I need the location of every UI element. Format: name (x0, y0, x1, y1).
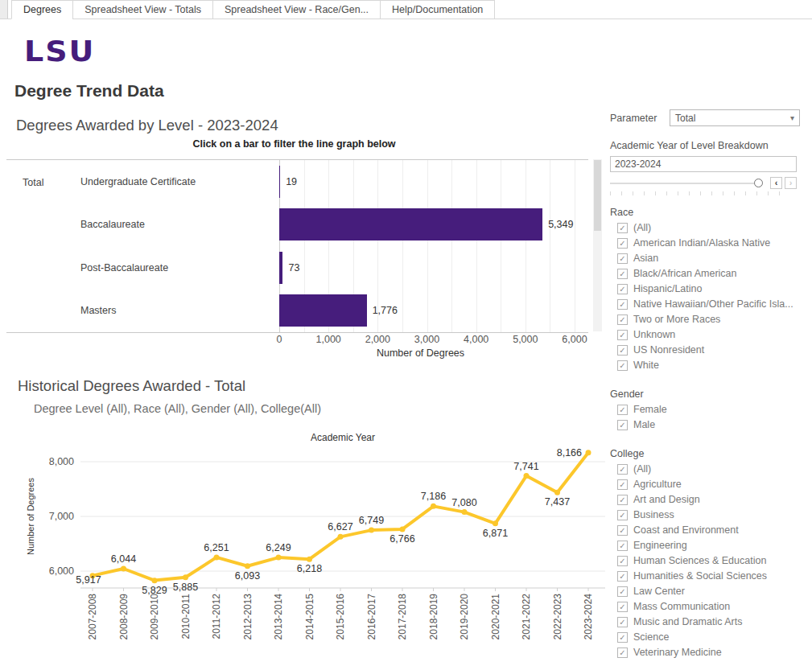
data-point-label: 7,437 (545, 496, 570, 508)
checkbox-male[interactable]: ✓Male (617, 419, 808, 430)
checkbox-label: Male (633, 419, 655, 430)
x-tick-label: 2007-2008 (87, 594, 98, 640)
svg-text:2021-2022: 2021-2022 (521, 594, 532, 640)
data-point-2019-2020[interactable] (462, 509, 468, 515)
year-input[interactable] (610, 156, 797, 172)
data-point-2014-2015[interactable] (307, 557, 312, 562)
tab-bar: DegreesSpreadsheet View - TotalsSpreadsh… (0, 0, 812, 19)
year-slider-handle[interactable] (754, 179, 763, 187)
checkbox-icon: ✓ (617, 284, 628, 294)
checkbox-icon: ✓ (617, 571, 628, 582)
bar-value-label: 73 (288, 262, 299, 273)
chevron-left-icon: ‹ (775, 179, 778, 187)
checkbox-art-and-design[interactable]: ✓Art and Design (617, 494, 808, 505)
checkbox-business[interactable]: ✓Business (617, 509, 808, 520)
scrollbar-thumb[interactable] (594, 160, 601, 231)
checkbox-mass-communication[interactable]: ✓Mass Communication (617, 601, 808, 612)
bar-chart-x-axis: 01,0002,0003,0004,0005,0006,000 (6, 334, 588, 346)
checkbox-unknown[interactable]: ✓Unknown (617, 329, 808, 340)
data-point-2022-2023[interactable] (554, 490, 560, 495)
bar-post-baccalaureate[interactable] (279, 252, 282, 284)
checkbox-icon: ✓ (617, 541, 628, 551)
checkbox-white[interactable]: ✓White (617, 360, 808, 371)
checkbox-law-center[interactable]: ✓Law Center (617, 586, 808, 597)
parameter-dropdown[interactable]: Total ▾ (670, 109, 800, 126)
slider-next-button[interactable]: › (785, 177, 797, 189)
bar-category-label: Post-Baccalaureate (80, 262, 168, 273)
svg-text:2010-2011: 2010-2011 (180, 594, 192, 639)
checkbox-icon: ✓ (617, 556, 628, 566)
checkbox-native-hawaiian-other-pacific-isla[interactable]: ✓Native Hawaiian/Other Pacific Isla... (617, 298, 808, 310)
chevron-down-icon: ▾ (790, 113, 794, 122)
checkbox-label: Hispanic/Latino (633, 283, 702, 294)
data-point-2016-2017[interactable] (369, 528, 374, 533)
bar-chart-scrollbar[interactable] (593, 159, 602, 331)
svg-text:2017-2018: 2017-2018 (397, 594, 408, 640)
checkbox-label: Veterinary Medicine (633, 647, 722, 658)
svg-text:2015-2016: 2015-2016 (335, 594, 346, 640)
checkbox-label: American Indian/Alaska Native (633, 237, 770, 249)
data-point-2023-2024[interactable] (586, 450, 591, 455)
checkbox-label: Business (633, 509, 674, 520)
checkbox-female[interactable]: ✓Female (617, 404, 808, 415)
checkbox-all[interactable]: ✓(All) (617, 222, 808, 233)
checkbox-us-nonresident[interactable]: ✓US Nonresident (617, 344, 808, 356)
checkbox-music-and-dramatic-arts[interactable]: ✓Music and Dramatic Arts (617, 616, 808, 627)
checkbox-science[interactable]: ✓Science (617, 631, 808, 643)
checkbox-icon: ✓ (617, 420, 628, 430)
checkbox-label: Music and Dramatic Arts (633, 616, 742, 627)
data-point-label: 6,218 (297, 563, 322, 574)
checkbox-hispanic-latino[interactable]: ✓Hispanic/Latino (617, 283, 808, 294)
x-tick-label: 6,000 (562, 334, 587, 345)
data-point-2020-2021[interactable] (493, 520, 498, 526)
tab-spreadsheet-view-race-gen[interactable]: Spreadsheet View - Race/Gen... (212, 0, 381, 19)
year-slider-track[interactable] (610, 183, 761, 184)
checkbox-american-indian-alaska-native[interactable]: ✓American Indian/Alaska Native (617, 237, 808, 249)
checkbox-icon: ✓ (617, 405, 628, 415)
year-slider-label: Academic Year of Level Breakdown (610, 140, 808, 151)
data-point-label: 5,829 (142, 585, 167, 596)
data-point-2011-2012[interactable] (214, 554, 220, 560)
checkbox-coast-and-environment[interactable]: ✓Coast and Environment (617, 524, 808, 536)
gender-filter-label: Gender (610, 388, 808, 400)
data-point-2015-2016[interactable] (338, 534, 344, 540)
x-tick-label: 2016-2017 (366, 594, 377, 640)
tab-spreadsheet-view-totals[interactable]: Spreadsheet View - Totals (72, 0, 213, 19)
checkbox-agriculture[interactable]: ✓Agriculture (617, 479, 808, 490)
data-point-2021-2022[interactable] (524, 473, 530, 479)
data-point-2008-2009[interactable] (121, 566, 126, 572)
bar-value-label: 5,349 (548, 219, 573, 230)
x-tick-label: 5,000 (513, 334, 538, 345)
checkbox-veterinary-medicine[interactable]: ✓Veterinary Medicine (617, 647, 808, 658)
checkbox-asian[interactable]: ✓Asian (617, 253, 808, 264)
data-point-2010-2011[interactable] (183, 574, 188, 580)
bar-baccalaureate[interactable] (279, 208, 542, 240)
checkbox-label: Unknown (633, 329, 675, 340)
data-point-2013-2014[interactable] (276, 555, 282, 561)
data-point-2009-2010[interactable] (152, 578, 158, 583)
checkbox-icon: ✓ (617, 586, 628, 597)
checkbox-all[interactable]: ✓(All) (617, 463, 808, 475)
checkbox-icon: ✓ (617, 617, 628, 627)
data-point-2017-2018[interactable] (400, 526, 406, 532)
checkbox-black-african-american[interactable]: ✓Black/African American (617, 268, 808, 279)
data-point-2018-2019[interactable] (431, 504, 436, 509)
svg-text:2014-2015: 2014-2015 (304, 594, 315, 640)
tab-degrees[interactable]: Degrees (11, 0, 73, 19)
tab-strip-edge (0, 0, 8, 18)
checkbox-humanities-social-sciences[interactable]: ✓Humanities & Social Sciences (617, 570, 808, 582)
checkbox-label: Art and Design (633, 494, 700, 505)
bar-masters[interactable] (279, 294, 367, 327)
slider-prev-button[interactable]: ‹ (770, 177, 782, 189)
data-point-label: 7,186 (421, 491, 446, 502)
tab-help-documentation[interactable]: Help/Documentation (380, 0, 495, 19)
lsu-logo: LSU (24, 35, 95, 68)
svg-text:2011-2012: 2011-2012 (211, 594, 222, 639)
checkbox-two-or-more-races[interactable]: ✓Two or More Races (617, 314, 808, 325)
bar-undergraduate-certificate[interactable] (279, 166, 280, 198)
bar-category-label: Baccalaureate (80, 219, 145, 230)
data-point-2012-2013[interactable] (245, 563, 250, 569)
x-tick-label: 2023-2024 (583, 594, 594, 640)
checkbox-engineering[interactable]: ✓Engineering (617, 540, 808, 551)
checkbox-human-sciences-education[interactable]: ✓Human Sciences & Education (617, 555, 808, 566)
